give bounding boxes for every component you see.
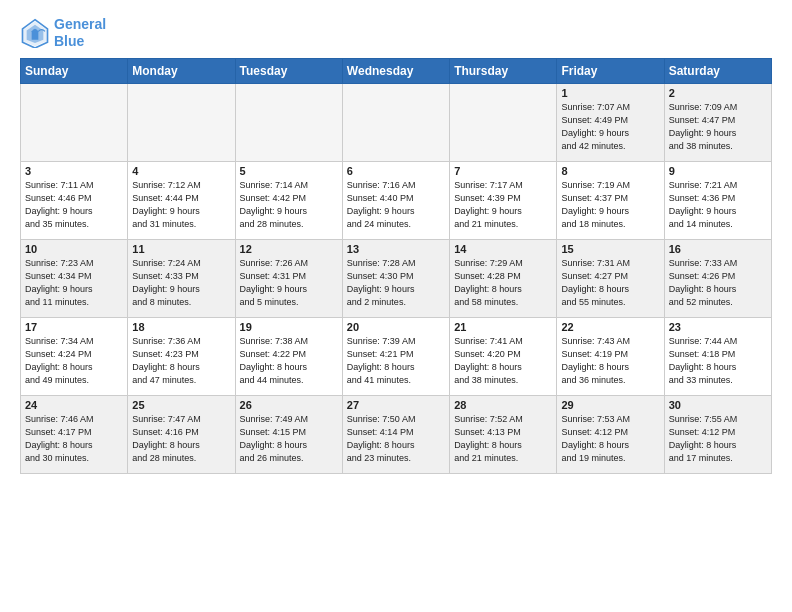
calendar-cell <box>450 83 557 161</box>
calendar-cell: 26Sunrise: 7:49 AMSunset: 4:15 PMDayligh… <box>235 395 342 473</box>
day-number: 18 <box>132 321 230 333</box>
day-number: 22 <box>561 321 659 333</box>
day-number: 2 <box>669 87 767 99</box>
day-info: Sunrise: 7:14 AMSunset: 4:42 PMDaylight:… <box>240 179 338 231</box>
calendar-cell: 3Sunrise: 7:11 AMSunset: 4:46 PMDaylight… <box>21 161 128 239</box>
day-info: Sunrise: 7:11 AMSunset: 4:46 PMDaylight:… <box>25 179 123 231</box>
calendar-cell: 7Sunrise: 7:17 AMSunset: 4:39 PMDaylight… <box>450 161 557 239</box>
day-number: 28 <box>454 399 552 411</box>
calendar-table: SundayMondayTuesdayWednesdayThursdayFrid… <box>20 58 772 474</box>
day-number: 7 <box>454 165 552 177</box>
calendar-cell: 5Sunrise: 7:14 AMSunset: 4:42 PMDaylight… <box>235 161 342 239</box>
calendar-cell: 30Sunrise: 7:55 AMSunset: 4:12 PMDayligh… <box>664 395 771 473</box>
day-number: 30 <box>669 399 767 411</box>
day-number: 20 <box>347 321 445 333</box>
col-header-saturday: Saturday <box>664 58 771 83</box>
day-info: Sunrise: 7:38 AMSunset: 4:22 PMDaylight:… <box>240 335 338 387</box>
day-info: Sunrise: 7:47 AMSunset: 4:16 PMDaylight:… <box>132 413 230 465</box>
day-number: 1 <box>561 87 659 99</box>
day-info: Sunrise: 7:21 AMSunset: 4:36 PMDaylight:… <box>669 179 767 231</box>
calendar-header-row: SundayMondayTuesdayWednesdayThursdayFrid… <box>21 58 772 83</box>
logo-text: General Blue <box>54 16 106 50</box>
day-number: 9 <box>669 165 767 177</box>
calendar-week-2: 3Sunrise: 7:11 AMSunset: 4:46 PMDaylight… <box>21 161 772 239</box>
day-number: 14 <box>454 243 552 255</box>
calendar-cell: 9Sunrise: 7:21 AMSunset: 4:36 PMDaylight… <box>664 161 771 239</box>
calendar-cell: 13Sunrise: 7:28 AMSunset: 4:30 PMDayligh… <box>342 239 449 317</box>
calendar-cell: 8Sunrise: 7:19 AMSunset: 4:37 PMDaylight… <box>557 161 664 239</box>
day-number: 25 <box>132 399 230 411</box>
logo-icon <box>20 18 50 48</box>
col-header-monday: Monday <box>128 58 235 83</box>
calendar-cell: 19Sunrise: 7:38 AMSunset: 4:22 PMDayligh… <box>235 317 342 395</box>
col-header-friday: Friday <box>557 58 664 83</box>
calendar-cell: 20Sunrise: 7:39 AMSunset: 4:21 PMDayligh… <box>342 317 449 395</box>
page: General Blue SundayMondayTuesdayWednesda… <box>0 0 792 612</box>
day-info: Sunrise: 7:09 AMSunset: 4:47 PMDaylight:… <box>669 101 767 153</box>
calendar-cell: 14Sunrise: 7:29 AMSunset: 4:28 PMDayligh… <box>450 239 557 317</box>
calendar-cell: 15Sunrise: 7:31 AMSunset: 4:27 PMDayligh… <box>557 239 664 317</box>
calendar-cell <box>21 83 128 161</box>
calendar-cell: 17Sunrise: 7:34 AMSunset: 4:24 PMDayligh… <box>21 317 128 395</box>
day-info: Sunrise: 7:16 AMSunset: 4:40 PMDaylight:… <box>347 179 445 231</box>
day-number: 17 <box>25 321 123 333</box>
calendar-cell: 2Sunrise: 7:09 AMSunset: 4:47 PMDaylight… <box>664 83 771 161</box>
day-info: Sunrise: 7:53 AMSunset: 4:12 PMDaylight:… <box>561 413 659 465</box>
calendar-cell <box>235 83 342 161</box>
calendar-cell: 1Sunrise: 7:07 AMSunset: 4:49 PMDaylight… <box>557 83 664 161</box>
day-number: 3 <box>25 165 123 177</box>
calendar-cell: 21Sunrise: 7:41 AMSunset: 4:20 PMDayligh… <box>450 317 557 395</box>
day-info: Sunrise: 7:12 AMSunset: 4:44 PMDaylight:… <box>132 179 230 231</box>
header: General Blue <box>20 16 772 50</box>
col-header-thursday: Thursday <box>450 58 557 83</box>
calendar-cell <box>342 83 449 161</box>
day-number: 24 <box>25 399 123 411</box>
day-info: Sunrise: 7:49 AMSunset: 4:15 PMDaylight:… <box>240 413 338 465</box>
calendar-cell: 16Sunrise: 7:33 AMSunset: 4:26 PMDayligh… <box>664 239 771 317</box>
day-number: 29 <box>561 399 659 411</box>
day-info: Sunrise: 7:26 AMSunset: 4:31 PMDaylight:… <box>240 257 338 309</box>
calendar-week-1: 1Sunrise: 7:07 AMSunset: 4:49 PMDaylight… <box>21 83 772 161</box>
day-number: 11 <box>132 243 230 255</box>
calendar-cell: 25Sunrise: 7:47 AMSunset: 4:16 PMDayligh… <box>128 395 235 473</box>
day-number: 8 <box>561 165 659 177</box>
day-info: Sunrise: 7:29 AMSunset: 4:28 PMDaylight:… <box>454 257 552 309</box>
day-info: Sunrise: 7:36 AMSunset: 4:23 PMDaylight:… <box>132 335 230 387</box>
day-number: 13 <box>347 243 445 255</box>
day-number: 21 <box>454 321 552 333</box>
day-number: 23 <box>669 321 767 333</box>
day-number: 19 <box>240 321 338 333</box>
calendar-cell <box>128 83 235 161</box>
day-number: 27 <box>347 399 445 411</box>
day-info: Sunrise: 7:31 AMSunset: 4:27 PMDaylight:… <box>561 257 659 309</box>
calendar-cell: 11Sunrise: 7:24 AMSunset: 4:33 PMDayligh… <box>128 239 235 317</box>
day-number: 5 <box>240 165 338 177</box>
calendar-cell: 24Sunrise: 7:46 AMSunset: 4:17 PMDayligh… <box>21 395 128 473</box>
day-info: Sunrise: 7:44 AMSunset: 4:18 PMDaylight:… <box>669 335 767 387</box>
col-header-tuesday: Tuesday <box>235 58 342 83</box>
calendar-cell: 29Sunrise: 7:53 AMSunset: 4:12 PMDayligh… <box>557 395 664 473</box>
day-number: 6 <box>347 165 445 177</box>
calendar-week-3: 10Sunrise: 7:23 AMSunset: 4:34 PMDayligh… <box>21 239 772 317</box>
calendar-week-4: 17Sunrise: 7:34 AMSunset: 4:24 PMDayligh… <box>21 317 772 395</box>
day-number: 12 <box>240 243 338 255</box>
logo-blue: Blue <box>54 33 106 50</box>
calendar-cell: 4Sunrise: 7:12 AMSunset: 4:44 PMDaylight… <box>128 161 235 239</box>
calendar-cell: 6Sunrise: 7:16 AMSunset: 4:40 PMDaylight… <box>342 161 449 239</box>
calendar-week-5: 24Sunrise: 7:46 AMSunset: 4:17 PMDayligh… <box>21 395 772 473</box>
logo: General Blue <box>20 16 106 50</box>
day-info: Sunrise: 7:43 AMSunset: 4:19 PMDaylight:… <box>561 335 659 387</box>
day-info: Sunrise: 7:07 AMSunset: 4:49 PMDaylight:… <box>561 101 659 153</box>
day-info: Sunrise: 7:33 AMSunset: 4:26 PMDaylight:… <box>669 257 767 309</box>
day-info: Sunrise: 7:24 AMSunset: 4:33 PMDaylight:… <box>132 257 230 309</box>
calendar-cell: 22Sunrise: 7:43 AMSunset: 4:19 PMDayligh… <box>557 317 664 395</box>
day-info: Sunrise: 7:50 AMSunset: 4:14 PMDaylight:… <box>347 413 445 465</box>
day-number: 26 <box>240 399 338 411</box>
day-info: Sunrise: 7:39 AMSunset: 4:21 PMDaylight:… <box>347 335 445 387</box>
calendar-cell: 27Sunrise: 7:50 AMSunset: 4:14 PMDayligh… <box>342 395 449 473</box>
day-info: Sunrise: 7:46 AMSunset: 4:17 PMDaylight:… <box>25 413 123 465</box>
day-info: Sunrise: 7:52 AMSunset: 4:13 PMDaylight:… <box>454 413 552 465</box>
calendar-cell: 18Sunrise: 7:36 AMSunset: 4:23 PMDayligh… <box>128 317 235 395</box>
day-number: 16 <box>669 243 767 255</box>
day-info: Sunrise: 7:34 AMSunset: 4:24 PMDaylight:… <box>25 335 123 387</box>
